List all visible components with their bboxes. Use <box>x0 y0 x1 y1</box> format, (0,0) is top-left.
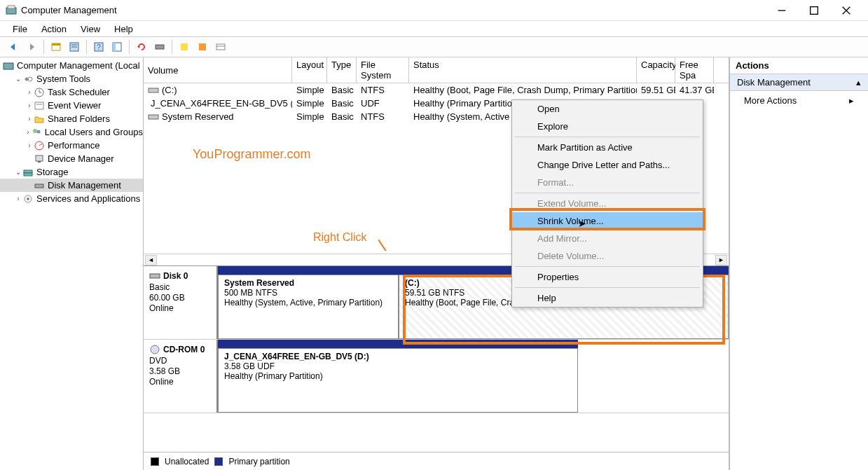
ctx-properties[interactable]: Properties <box>512 268 703 286</box>
tree-root[interactable]: Computer Management (Local <box>0 59 143 72</box>
tree-label: Local Users and Groups <box>45 127 143 137</box>
svg-rect-35 <box>35 184 43 188</box>
tree-label: Storage <box>36 167 69 177</box>
svg-rect-40 <box>149 115 158 119</box>
tree-shared-folders[interactable]: ›Shared Folders <box>0 112 143 125</box>
ctx-change-letter[interactable]: Change Drive Letter and Paths... <box>512 156 703 174</box>
svg-point-27 <box>33 129 37 133</box>
nav-tree: Computer Management (Local ⌄System Tools… <box>0 57 144 470</box>
disk-header-strip <box>218 340 578 348</box>
svg-text:?: ? <box>97 43 101 51</box>
col-status[interactable]: Status <box>409 57 637 83</box>
ctx-delete[interactable]: Delete Volume... <box>512 247 703 265</box>
tree-local-users[interactable]: ›Local Users and Groups <box>0 125 143 139</box>
properties-button[interactable] <box>67 39 82 55</box>
legend-swatch-unallocated <box>151 457 159 466</box>
svg-rect-14 <box>113 43 116 51</box>
svg-rect-34 <box>24 173 32 176</box>
ctx-format[interactable]: Format... <box>512 174 703 191</box>
svg-rect-41 <box>150 274 160 278</box>
refresh-button[interactable] <box>134 39 149 55</box>
tb-disk[interactable] <box>152 39 167 55</box>
tree-services-apps[interactable]: ›Services and Applications <box>0 192 143 205</box>
tree-task-scheduler[interactable]: ›Task Scheduler <box>0 85 143 99</box>
volume-block[interactable]: J_CENA_X64FREE_EN-GB_DV5 (D:) 3.58 GB UD… <box>218 348 578 413</box>
tree-label: Task Scheduler <box>48 87 110 97</box>
ctx-extend[interactable]: Extend Volume... <box>512 195 703 212</box>
tb-orange[interactable] <box>195 39 210 55</box>
watermark: YouProgrammer.com <box>193 147 310 162</box>
action-more[interactable]: More Actions▸ <box>730 91 868 110</box>
svg-rect-31 <box>36 155 43 161</box>
annotation-rightclick: Right Click <box>313 231 366 244</box>
svg-rect-7 <box>52 43 60 46</box>
show-hide-tree-button[interactable] <box>48 39 64 55</box>
list-header: Volume Layout Type File System Status Ca… <box>144 57 729 83</box>
col-layout[interactable]: Layout <box>292 57 327 83</box>
disk-info[interactable]: Disk 0 Basic 60.00 GB Online <box>144 266 218 339</box>
tree-event-viewer[interactable]: ›Event Viewer <box>0 99 143 112</box>
vol-name: System Reserved <box>162 111 234 122</box>
tree-label: Disk Management <box>48 180 121 191</box>
tree-label: Shared Folders <box>48 113 110 124</box>
col-volume[interactable]: Volume <box>144 57 292 83</box>
ctx-mark-active[interactable]: Mark Partition as Active <box>512 139 703 156</box>
ctx-open[interactable]: Open <box>512 100 703 118</box>
tree-performance[interactable]: ›Performance <box>0 139 143 152</box>
minimize-button[interactable] <box>766 0 798 21</box>
svg-rect-16 <box>181 43 188 50</box>
menu-file[interactable]: File <box>6 22 34 36</box>
ctx-add-mirror[interactable]: Add Mirror... <box>512 230 703 247</box>
svg-rect-38 <box>149 88 158 92</box>
tree-storage[interactable]: ⌄Storage <box>0 165 143 179</box>
actions-group[interactable]: Disk Management▴ <box>730 74 868 91</box>
tree-label: Computer Management (Local <box>17 60 140 71</box>
tree-system-tools[interactable]: ⌄System Tools <box>0 72 143 85</box>
col-free[interactable]: Free Spa <box>675 57 714 83</box>
svg-rect-17 <box>199 43 206 50</box>
tree-label: Services and Applications <box>36 193 140 204</box>
tree-device-manager[interactable]: Device Manager <box>0 152 143 165</box>
col-filesystem[interactable]: File System <box>357 57 409 83</box>
svg-rect-25 <box>35 102 43 109</box>
legend: Unallocated Primary partition <box>144 452 729 470</box>
forward-button[interactable] <box>24 39 39 55</box>
menu-help[interactable]: Help <box>107 22 140 36</box>
toolbar: ? <box>0 36 868 57</box>
disk-info[interactable]: CD-ROM 0 DVD 3.58 GB Online <box>144 340 218 413</box>
col-capacity[interactable]: Capacity <box>637 57 675 83</box>
tb-yellow[interactable] <box>177 39 192 55</box>
maximize-button[interactable] <box>798 0 830 21</box>
help-button[interactable]: ? <box>91 39 106 55</box>
svg-rect-3 <box>811 6 818 14</box>
ctx-explore[interactable]: Explore <box>512 118 703 135</box>
tree-label: Event Viewer <box>48 100 101 111</box>
tree-label: Performance <box>48 140 99 151</box>
svg-line-43 <box>378 240 390 251</box>
titlebar: Computer Management <box>0 0 868 21</box>
tb-view1[interactable] <box>109 39 125 55</box>
menu-action[interactable]: Action <box>34 22 74 36</box>
annotation-arrow <box>378 240 390 251</box>
ctx-help[interactable]: Help <box>512 289 703 307</box>
cursor-icon: ➤ <box>578 218 586 229</box>
legend-swatch-primary <box>214 457 223 466</box>
tree-label: Device Manager <box>48 153 114 164</box>
back-button[interactable] <box>6 39 21 55</box>
svg-rect-1 <box>8 6 15 8</box>
tree-disk-management[interactable]: Disk Management <box>0 179 143 192</box>
svg-rect-32 <box>38 161 41 163</box>
vol-name: J_CENA_X64FREE_EN-GB_DV5 (D:) <box>151 98 292 109</box>
menu-view[interactable]: View <box>74 22 107 36</box>
col-type[interactable]: Type <box>327 57 357 83</box>
app-icon <box>6 5 17 16</box>
tb-list-icon[interactable] <box>213 39 228 55</box>
chevron-right-icon: ▸ <box>849 95 854 106</box>
svg-point-37 <box>27 198 29 200</box>
volume-block[interactable]: System Reserved 500 MB NTFS Healthy (Sys… <box>218 275 399 339</box>
ctx-shrink[interactable]: Shrink Volume... <box>512 212 703 230</box>
window-title: Computer Management <box>21 5 766 15</box>
list-row[interactable]: (C:) Simple Basic NTFS Healthy (Boot, Pa… <box>144 83 729 97</box>
close-button[interactable] <box>830 0 862 21</box>
vol-name: (C:) <box>162 85 177 95</box>
